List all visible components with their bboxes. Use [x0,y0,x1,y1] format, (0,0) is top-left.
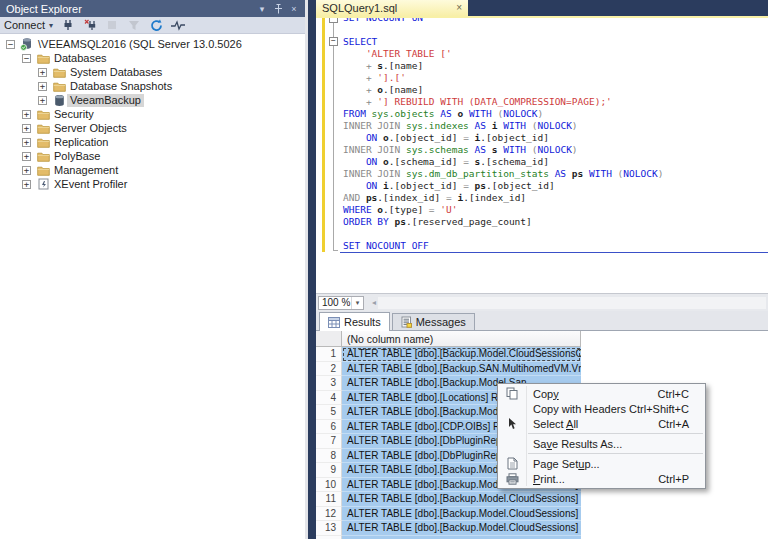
menu-item-print[interactable]: Print...Ctrl+P [498,471,705,486]
code-line: INNER JOIN sys.dm_db_partition_stats AS … [343,168,768,180]
result-cell[interactable]: ALTER TABLE [dbo].[Backup.Model.CloudSes… [342,492,581,507]
folder-icon [36,150,50,163]
tree-item-veeambackup[interactable]: +VeeamBackup [0,93,305,107]
copy-icon [506,387,518,400]
row-number-cell[interactable]: 3 [316,376,342,391]
code-text: SET NOCOUNT ON SELECT 'ALTER TABLE [' + … [343,18,768,252]
expand-toggle-icon[interactable]: + [22,138,31,147]
grid-column-header[interactable]: (No column name) [342,331,581,347]
results-grid-icon [328,317,340,328]
table-row: 12ALTER TABLE [dbo].[Backup.Model.CloudS… [316,507,768,522]
tab-title: SQLQuery1.sql [322,2,397,14]
row-number-cell[interactable]: 5 [316,405,342,420]
collapse-toggle-icon[interactable]: − [6,40,15,49]
row-number-cell[interactable]: 7 [316,434,342,449]
tree-item-databases[interactable]: −Databases [0,51,305,65]
code-line: WHERE o.[type] = 'U' [343,204,768,216]
expand-toggle-icon[interactable]: + [22,180,31,189]
tree-item-system-databases[interactable]: +System Databases [0,65,305,79]
row-number-cell[interactable]: 2 [316,362,342,377]
activity-monitor-icon[interactable] [171,19,185,32]
row-number-cell[interactable]: 6 [316,420,342,435]
xevent-icon [36,178,50,191]
tab-sqlquery1[interactable]: SQLQuery1.sql × [316,0,468,16]
expand-toggle-icon[interactable]: + [22,110,31,119]
tree-item-label: Security [51,108,97,121]
menu-item-label: Print... [526,473,658,485]
menu-item-copy-with-headers[interactable]: Copy with HeadersCtrl+Shift+C [498,401,705,416]
hscroll-left-arrow-icon[interactable]: ◂ [372,298,376,307]
menu-item-label: Save Results As... [526,438,689,450]
row-number-cell[interactable]: 1 [316,347,342,362]
row-number-cell[interactable] [316,536,342,539]
menu-item-page-setup[interactable]: Page Setup... [498,456,705,471]
tab-close-icon[interactable]: × [456,3,462,13]
folder-icon [36,164,50,177]
outline-collapse-toggle[interactable]: − [329,37,338,46]
row-number-cell[interactable]: 11 [316,492,342,507]
collapse-toggle-icon[interactable]: − [22,54,31,63]
connect-button[interactable]: Connect ▾ [4,19,53,31]
editor-zoom-select[interactable]: 100 % ▾ [318,296,364,310]
stop-icon[interactable] [105,19,119,32]
object-explorer-panel: Object Explorer ▾ × Connect ▾ [0,0,308,539]
tree-item-label: Database Snapshots [67,80,175,93]
code-line: + '].[' [343,72,768,84]
row-number-cell[interactable]: 10 [316,478,342,493]
tree-item-server-objects[interactable]: +Server Objects [0,121,305,135]
disconnect-plug-icon[interactable] [83,19,97,32]
row-number-cell[interactable]: 12 [316,507,342,522]
grid-header-row: (No column name) [316,331,768,347]
connect-label: Connect [4,19,45,31]
connect-plug-icon[interactable] [61,19,75,32]
row-number-cell[interactable]: 9 [316,463,342,478]
tree-item-database-snapshots[interactable]: +Database Snapshots [0,79,305,93]
expand-toggle-icon[interactable]: + [22,124,31,133]
refresh-icon[interactable] [149,19,163,32]
pin-icon[interactable] [271,2,285,15]
grid-corner-cell[interactable] [316,331,342,347]
tree-item-management[interactable]: +Management [0,163,305,177]
expand-toggle-icon[interactable]: + [38,82,47,91]
window-menu-icon[interactable]: ▾ [255,2,269,15]
row-number-cell[interactable]: 13 [316,521,342,536]
result-cell[interactable] [342,536,581,539]
sql-editor[interactable]: − − SET NOCOUNT ON SELECT 'ALTER TABLE [… [316,18,768,293]
tab-results[interactable]: Results [319,312,390,331]
table-row: 11ALTER TABLE [dbo].[Backup.Model.CloudS… [316,492,768,507]
tree-item-veeamsql2016-sql-server-13-0-5026[interactable]: −\VEEAMSQL2016 (SQL Server 13.0.5026 [0,37,305,51]
tree-item-label: VeeamBackup [67,94,144,107]
page-setup-icon [507,457,518,470]
menu-item-select-all[interactable]: Select AllCtrl+A [498,416,705,431]
table-row [316,536,768,539]
hscroll-track[interactable] [378,297,766,309]
filter-icon[interactable] [127,19,141,32]
expand-toggle-icon[interactable]: + [22,152,31,161]
expand-toggle-icon[interactable]: + [22,166,31,175]
document-tab-strip: SQLQuery1.sql × [316,0,768,18]
menu-item-copy[interactable]: CopyCtrl+C [498,386,705,401]
tab-messages[interactable]: Messages [392,313,475,330]
tree-item-replication[interactable]: +Replication [0,135,305,149]
table-row: 1ALTER TABLE [dbo].[Backup.Model.CloudSe… [316,347,768,362]
outline-collapse-toggle[interactable]: − [329,18,338,23]
server-icon [20,38,34,51]
result-cell[interactable]: ALTER TABLE [dbo].[Backup.SAN.Multihomed… [342,362,581,377]
close-icon[interactable]: × [287,2,301,15]
editor-status-row: 100 % ▾ ◂ [316,293,768,311]
tree-item-xevent-profiler[interactable]: +XEvent Profiler [0,177,305,191]
expand-toggle-icon[interactable]: + [38,68,47,77]
result-cell[interactable]: ALTER TABLE [dbo].[Backup.Model.CloudSes… [342,507,581,522]
result-cell[interactable]: ALTER TABLE [dbo].[Backup.Model.CloudSes… [342,347,581,362]
row-number-cell[interactable]: 4 [316,391,342,406]
tree-item-polybase[interactable]: +PolyBase [0,149,305,163]
code-line: + s.[name] [343,60,768,72]
result-cell[interactable]: ALTER TABLE [dbo].[Backup.Model.CloudSes… [342,521,581,536]
expand-toggle-icon[interactable]: + [38,96,47,105]
row-number-cell[interactable]: 8 [316,449,342,464]
tree-item-security[interactable]: +Security [0,107,305,121]
database-icon [52,94,66,107]
menu-item-save-results-as[interactable]: Save Results As... [498,436,705,451]
menu-item-shortcut: Ctrl+Shift+C [629,403,705,415]
tree-item-label: Databases [51,52,110,65]
